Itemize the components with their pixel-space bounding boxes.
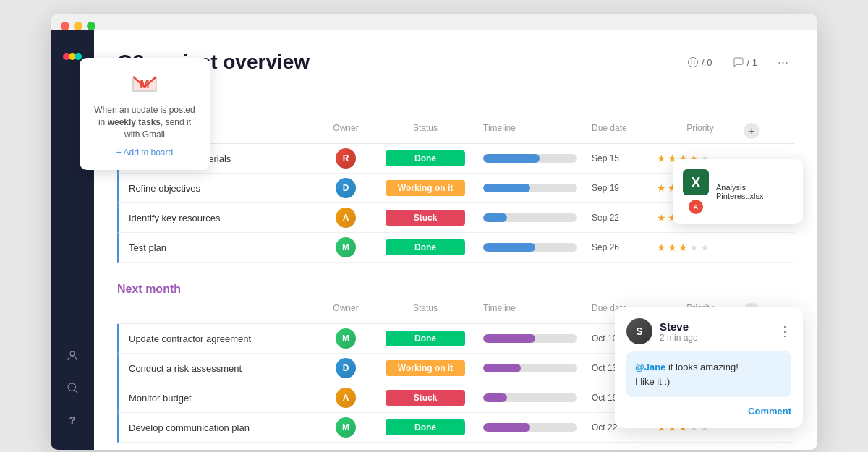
- star-filled: ★: [668, 242, 677, 253]
- excel-popup: X A Analysis Pinterest.xlsx: [673, 159, 803, 224]
- timeline-fill: [483, 393, 507, 402]
- owner-cell: A: [317, 388, 375, 408]
- owner-cell: M: [317, 328, 375, 349]
- page-header: Q3 project overview / 0: [117, 51, 794, 74]
- section-title-this-month: This month: [117, 103, 794, 116]
- star-filled: ★: [657, 212, 666, 223]
- status-badge[interactable]: Stuck: [386, 210, 465, 226]
- timeline-cell: [476, 243, 592, 252]
- task-name: Conduct a risk assessment: [129, 363, 317, 374]
- timeline-bar: [483, 364, 577, 372]
- comments-button[interactable]: / 1: [727, 54, 763, 71]
- status-badge[interactable]: Stuck: [386, 390, 465, 406]
- sidebar-icon-person[interactable]: [59, 343, 85, 369]
- task-name: Develop communication plan: [129, 422, 317, 433]
- svg-point-5: [68, 383, 76, 391]
- excel-filename: Analysis Pinterest.xlsx: [716, 183, 793, 200]
- status-badge[interactable]: Working on it: [386, 180, 465, 196]
- gmail-icon: M: [130, 69, 159, 98]
- timeline-fill: [483, 364, 521, 372]
- star-filled: ★: [657, 153, 666, 164]
- status-cell: Done: [375, 239, 476, 255]
- timeline-fill: [483, 184, 530, 192]
- sidebar-icon-search[interactable]: [59, 375, 85, 401]
- col-header-owner: Owner: [317, 303, 375, 319]
- owner-cell: D: [317, 178, 375, 198]
- avatar[interactable]: D: [336, 178, 356, 198]
- timeline-bar: [483, 243, 577, 252]
- table-row[interactable]: Test planMDoneSep 26★★★★★: [117, 233, 794, 263]
- status-cell: Done: [375, 419, 476, 435]
- task-name: Refine objectives: [129, 183, 317, 194]
- timeline-bar: [483, 213, 577, 222]
- browser-chrome: [51, 14, 817, 30]
- status-cell: Done: [375, 150, 476, 166]
- table-header-this-month: OwnerStatusTimelineDue datePriority+: [117, 123, 794, 144]
- view-toggle[interactable]: Table view ▾: [117, 78, 794, 88]
- avatar[interactable]: D: [336, 358, 356, 378]
- col-header-status: Status: [375, 123, 476, 139]
- gmail-bold: weekly tasks: [108, 117, 161, 127]
- excel-user-avatar: A: [689, 200, 703, 214]
- col-header-priority: Priority: [657, 123, 744, 139]
- star-filled: ★: [678, 242, 688, 253]
- avatar[interactable]: A: [336, 208, 356, 228]
- comments-count: / 1: [747, 57, 757, 68]
- gmail-description: When an update is posted in weekly tasks…: [91, 104, 198, 140]
- reactions-button[interactable]: / 0: [681, 54, 718, 71]
- traffic-light-yellow[interactable]: [74, 22, 82, 30]
- status-cell: Stuck: [375, 390, 476, 406]
- task-name: Identify key resources: [129, 213, 317, 223]
- col-header-status: Status: [375, 303, 476, 319]
- task-name: Test plan: [129, 242, 317, 253]
- timeline-fill: [483, 213, 507, 222]
- status-badge[interactable]: Done: [386, 331, 465, 346]
- section-title-next-month: Next month: [117, 283, 794, 296]
- svg-text:M: M: [140, 78, 149, 90]
- timeline-fill: [483, 243, 535, 252]
- avatar[interactable]: M: [336, 417, 356, 438]
- commenter-name: Steve: [660, 320, 698, 333]
- status-badge[interactable]: Done: [386, 150, 465, 166]
- comment-action-button[interactable]: Comment: [748, 406, 791, 417]
- traffic-light-green[interactable]: [87, 22, 95, 30]
- timeline-bar: [483, 184, 577, 192]
- traffic-light-red[interactable]: [61, 22, 69, 30]
- avatar[interactable]: M: [336, 328, 356, 349]
- star-filled: ★: [657, 182, 666, 194]
- due-date: Sep 22: [592, 213, 657, 223]
- add-column-button[interactable]: +: [744, 123, 760, 139]
- timeline-bar: [483, 334, 577, 343]
- comment-body: @Jane it looks amazing! I like it :): [626, 351, 791, 397]
- owner-cell: R: [317, 148, 375, 169]
- browser-window: ? Q3 project overview / 0: [51, 14, 817, 450]
- reactions-count: / 0: [702, 57, 712, 68]
- avatar[interactable]: R: [336, 148, 356, 169]
- status-badge[interactable]: Working on it: [386, 360, 465, 376]
- comment-menu[interactable]: ⋮: [778, 323, 791, 339]
- svg-point-4: [70, 351, 75, 356]
- timeline-bar: [483, 393, 577, 402]
- task-name: Monitor budget: [129, 393, 317, 404]
- status-badge[interactable]: Done: [386, 239, 465, 255]
- timeline-cell: [476, 423, 592, 432]
- comment-icon: [733, 56, 744, 68]
- timeline-bar: [483, 423, 577, 432]
- due-date: Sep 26: [592, 242, 657, 252]
- owner-cell: A: [317, 208, 375, 228]
- more-options-button[interactable]: ···: [772, 52, 794, 73]
- timeline-bar: [483, 154, 577, 163]
- gmail-popup: M When an update is posted in weekly tas…: [80, 58, 210, 170]
- comment-popup: S Steve 2 min ago ⋮ @Jane it looks amazi…: [615, 307, 803, 428]
- avatar[interactable]: M: [336, 237, 356, 257]
- avatar[interactable]: A: [336, 388, 356, 408]
- star-filled: ★: [657, 242, 666, 253]
- gmail-add-button[interactable]: + Add to board: [116, 148, 173, 158]
- status-badge[interactable]: Done: [386, 419, 465, 435]
- header-actions: / 0 / 1 ···: [681, 52, 794, 73]
- timeline-cell: [476, 184, 592, 192]
- svg-point-3: [75, 53, 82, 60]
- status-cell: Working on it: [375, 180, 476, 196]
- timeline-fill: [483, 423, 530, 432]
- sidebar-icon-help[interactable]: ?: [59, 406, 85, 432]
